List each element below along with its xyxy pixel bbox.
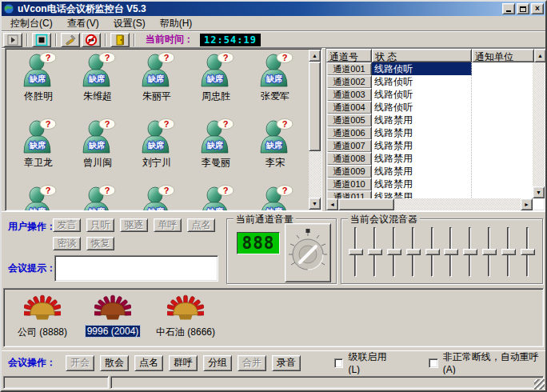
- table-row[interactable]: 通道007 线路禁用: [326, 139, 533, 152]
- close-button[interactable]: ×: [531, 3, 544, 14]
- user-item[interactable]: ? 缺席: [127, 185, 186, 211]
- exit-button[interactable]: [110, 33, 130, 47]
- user-item[interactable]: ? 缺席 李曼丽: [186, 118, 246, 185]
- stop-button[interactable]: [32, 33, 51, 47]
- channel-id-cell[interactable]: 通道004: [326, 101, 372, 114]
- channel-id-cell[interactable]: 通道011: [326, 190, 372, 198]
- volume-knob[interactable]: [286, 229, 329, 277]
- minimize-button[interactable]: [502, 3, 515, 14]
- conference-item[interactable]: 9996 (2004): [84, 294, 142, 337]
- user-item[interactable]: ? 缺席 张爱军: [246, 52, 305, 118]
- table-row[interactable]: 通道003 线路侦听: [326, 88, 533, 101]
- table-row[interactable]: 通道002 线路侦听: [326, 75, 533, 88]
- slider-thumb[interactable]: [444, 249, 458, 255]
- maximize-button[interactable]: [517, 3, 529, 14]
- slider-thumb[interactable]: [521, 249, 535, 255]
- channel-id-cell[interactable]: 通道007: [326, 139, 372, 153]
- table-row[interactable]: 通道006 线路禁用: [326, 126, 533, 139]
- user-op-button[interactable]: 恢复: [86, 237, 114, 250]
- scroll-thumb[interactable]: [309, 62, 321, 151]
- user-scrollbar[interactable]: ▲ ▼: [309, 50, 321, 210]
- channel-id-cell[interactable]: 通道005: [326, 114, 372, 127]
- user-item[interactable]: ? 缺席: [68, 185, 127, 211]
- table-row[interactable]: 通道001 线路侦听: [326, 62, 533, 75]
- channel-id-cell[interactable]: 通道006: [326, 126, 372, 140]
- disconnect-button[interactable]: [82, 33, 101, 47]
- slider-thumb[interactable]: [425, 249, 440, 255]
- mixer-slider[interactable]: [367, 226, 384, 278]
- mixer-slider[interactable]: [386, 226, 403, 278]
- table-row[interactable]: 通道010 线路禁用: [326, 178, 533, 190]
- table-scroll-left-icon[interactable]: ◄: [326, 198, 338, 210]
- user-item[interactable]: ? 缺席: [186, 185, 246, 211]
- user-op-button[interactable]: 驱逐: [120, 218, 148, 232]
- mixer-slider[interactable]: [424, 226, 441, 278]
- header-status[interactable]: 状 态: [372, 49, 472, 62]
- checkbox-option[interactable]: 非正常断线，自动重呼(A): [429, 350, 545, 375]
- config-button[interactable]: [61, 33, 80, 47]
- table-horizontal-scrollbar[interactable]: ◄ ►: [326, 198, 533, 210]
- user-item[interactable]: ? 缺席 章卫龙: [9, 118, 68, 185]
- table-row[interactable]: 通道004 线路侦听: [326, 101, 533, 114]
- user-item[interactable]: ? 缺席 李宋: [246, 118, 305, 185]
- conference-op-button[interactable]: 开会: [66, 355, 94, 371]
- user-item[interactable]: ? 缺席 刘宁川: [127, 118, 186, 185]
- channel-id-cell[interactable]: 通道002: [326, 75, 372, 89]
- channel-id-cell[interactable]: 通道001: [326, 62, 372, 76]
- mixer-slider[interactable]: [519, 226, 536, 278]
- slider-thumb[interactable]: [387, 249, 401, 255]
- start-button[interactable]: [3, 33, 22, 47]
- mixer-slider[interactable]: [481, 226, 498, 278]
- table-scroll-down-icon[interactable]: ▼: [533, 186, 545, 198]
- scroll-up-icon[interactable]: ▲: [309, 50, 321, 62]
- user-item[interactable]: ? 缺席: [246, 185, 305, 211]
- mixer-slider[interactable]: [405, 226, 421, 278]
- user-item[interactable]: ? 缺席 佟胜明: [9, 52, 68, 118]
- slider-thumb[interactable]: [349, 249, 363, 255]
- menu-settings[interactable]: 设置(S): [106, 15, 153, 32]
- table-row[interactable]: 通道011 线路禁用: [326, 190, 533, 198]
- user-op-button[interactable]: 单呼: [154, 218, 182, 232]
- channel-id-cell[interactable]: 通道008: [326, 152, 372, 166]
- menu-help[interactable]: 帮助(H): [153, 15, 200, 32]
- user-op-button[interactable]: 点名: [187, 218, 215, 232]
- mixer-slider[interactable]: [443, 226, 460, 278]
- user-item[interactable]: ? 缺席: [9, 185, 68, 211]
- table-scroll-right-icon[interactable]: ►: [521, 198, 533, 210]
- user-item[interactable]: ? 缺席 朱维超: [68, 52, 127, 118]
- slider-thumb[interactable]: [406, 249, 421, 255]
- conference-op-button[interactable]: 散会: [100, 355, 129, 371]
- menu-console[interactable]: 控制台(C): [3, 15, 60, 32]
- menu-view[interactable]: 查看(V): [60, 15, 106, 32]
- mixer-slider[interactable]: [348, 226, 365, 278]
- conference-op-button[interactable]: 合并: [238, 355, 266, 371]
- mixer-slider[interactable]: [462, 226, 479, 278]
- checkbox-box[interactable]: [429, 358, 437, 368]
- slider-thumb[interactable]: [368, 249, 382, 255]
- checkbox-option[interactable]: 级联启用(L): [334, 350, 395, 375]
- header-unit[interactable]: 通知单位: [472, 49, 534, 62]
- table-row[interactable]: 通道009 线路禁用: [326, 165, 533, 178]
- resize-grip[interactable]: [534, 379, 545, 390]
- h-scroll-thumb[interactable]: [338, 198, 394, 210]
- slider-thumb[interactable]: [501, 249, 516, 255]
- user-item[interactable]: ? 缺席 周忠胜: [186, 52, 246, 118]
- channel-id-cell[interactable]: 通道010: [326, 178, 372, 191]
- table-row[interactable]: 通道005 线路禁用: [326, 114, 533, 126]
- user-op-button[interactable]: 发言: [53, 218, 81, 232]
- header-channel[interactable]: 通道号: [326, 49, 372, 62]
- conference-item[interactable]: 中石油 (8666): [154, 294, 217, 339]
- user-op-button[interactable]: 只听: [86, 218, 114, 232]
- conference-op-button[interactable]: 点名: [134, 355, 163, 371]
- checkbox-box[interactable]: [334, 358, 343, 368]
- conference-item[interactable]: 公司 (8888): [14, 294, 71, 339]
- table-scroll-up-icon[interactable]: ▲: [534, 49, 546, 62]
- channel-id-cell[interactable]: 通道003: [326, 88, 372, 102]
- table-vertical-scrollbar[interactable]: ▼: [533, 62, 545, 198]
- conference-op-button[interactable]: 分组: [203, 355, 232, 371]
- user-item[interactable]: ? 缺席 曾川闽: [68, 118, 127, 185]
- prompt-input[interactable]: [54, 255, 218, 282]
- table-row[interactable]: 通道008 线路禁用: [326, 152, 533, 165]
- channel-id-cell[interactable]: 通道009: [326, 165, 372, 178]
- slider-thumb[interactable]: [482, 249, 497, 255]
